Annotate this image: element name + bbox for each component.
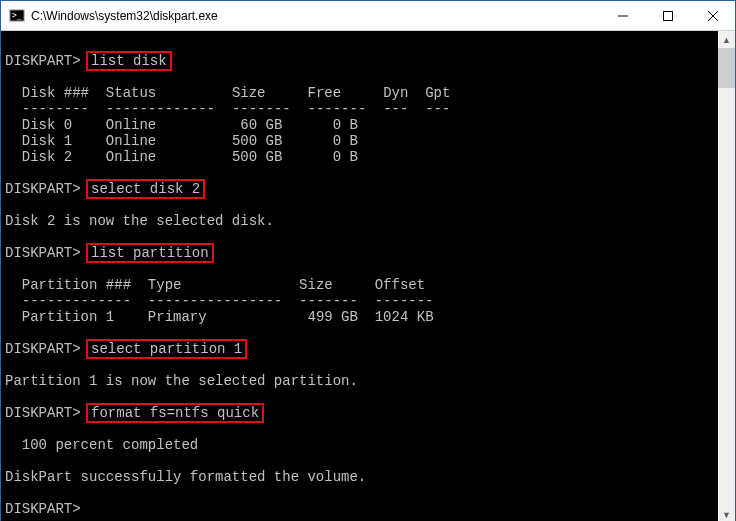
disk-header-col1: Disk ###: [22, 85, 89, 101]
part-sep-col4: -------: [375, 293, 434, 309]
scroll-up-arrow[interactable]: ▲: [718, 31, 735, 48]
part-row-size: 499 GB: [307, 309, 357, 325]
svg-text:>_: >_: [12, 11, 22, 20]
disk-row-id: Disk 1: [22, 133, 72, 149]
cmd-select-partition: select partition 1: [86, 339, 247, 359]
disk-row-free: 0 B: [299, 149, 358, 165]
scroll-track[interactable]: [718, 88, 735, 506]
scroll-thumb[interactable]: [718, 48, 735, 88]
part-sep-col3: -------: [299, 293, 358, 309]
part-sep-col2: ----------------: [148, 293, 282, 309]
disk-row-free: 0 B: [299, 133, 358, 149]
prompt: DISKPART>: [5, 245, 81, 261]
part-row-type: Primary: [148, 309, 207, 325]
part-row-offset: 1024 KB: [375, 309, 434, 325]
disk-sep-col2: -------------: [106, 101, 215, 117]
vertical-scrollbar[interactable]: ▲ ▼: [718, 31, 735, 521]
prompt: DISKPART>: [5, 341, 81, 357]
cmd-list-disk: list disk: [86, 51, 172, 71]
minimize-button[interactable]: [600, 1, 645, 31]
msg-disk-selected: Disk 2 is now the selected disk.: [5, 213, 274, 229]
disk-sep-col5: ---: [383, 101, 408, 117]
titlebar[interactable]: >_ C:\Windows\system32\diskpart.exe: [1, 1, 735, 31]
disk-row-status: Online: [106, 149, 156, 165]
disk-row-free: 0 B: [299, 117, 358, 133]
part-header-col4: Offset: [375, 277, 425, 293]
prompt: DISKPART>: [5, 53, 81, 69]
disk-header-col4: Free: [308, 85, 342, 101]
msg-success: DiskPart successfully formatted the volu…: [5, 469, 366, 485]
part-header-col2: Type: [148, 277, 182, 293]
part-header-col1: Partition ###: [22, 277, 131, 293]
disk-row-size: 60 GB: [232, 117, 282, 133]
scroll-down-arrow[interactable]: ▼: [718, 506, 735, 521]
prompt: DISKPART>: [5, 181, 81, 197]
part-sep-col1: -------------: [22, 293, 131, 309]
disk-header-col6: Gpt: [425, 85, 450, 101]
disk-sep-col6: ---: [425, 101, 450, 117]
disk-sep-col4: -------: [308, 101, 367, 117]
prompt: DISKPART>: [5, 501, 81, 517]
terminal-output[interactable]: DISKPART> list disk Disk ### Status Size…: [1, 31, 718, 521]
app-window: >_ C:\Windows\system32\diskpart.exe DISK…: [0, 0, 736, 521]
disk-sep-col3: -------: [232, 101, 291, 117]
app-icon: >_: [9, 8, 25, 24]
window-title: C:\Windows\system32\diskpart.exe: [31, 9, 218, 23]
close-button[interactable]: [690, 1, 735, 31]
disk-row-size: 500 GB: [232, 149, 282, 165]
msg-progress: 100 percent completed: [5, 437, 198, 453]
svg-rect-3: [663, 11, 672, 20]
cmd-format: format fs=ntfs quick: [86, 403, 264, 423]
cmd-select-disk: select disk 2: [86, 179, 205, 199]
disk-row-size: 500 GB: [232, 133, 282, 149]
msg-part-selected: Partition 1 is now the selected partitio…: [5, 373, 358, 389]
disk-header-col5: Dyn: [383, 85, 408, 101]
prompt: DISKPART>: [5, 405, 81, 421]
blank-line: [5, 37, 13, 53]
disk-row-status: Online: [106, 133, 156, 149]
disk-row-status: Online: [106, 117, 156, 133]
part-row-id: Partition 1: [22, 309, 114, 325]
disk-row-id: Disk 0: [22, 117, 72, 133]
maximize-button[interactable]: [645, 1, 690, 31]
disk-header-col3: Size: [232, 85, 266, 101]
client-area: DISKPART> list disk Disk ### Status Size…: [1, 31, 735, 521]
cmd-list-partition: list partition: [86, 243, 214, 263]
disk-row-id: Disk 2: [22, 149, 72, 165]
part-header-col3: Size: [299, 277, 333, 293]
disk-sep-col1: --------: [22, 101, 89, 117]
disk-header-col2: Status: [106, 85, 156, 101]
